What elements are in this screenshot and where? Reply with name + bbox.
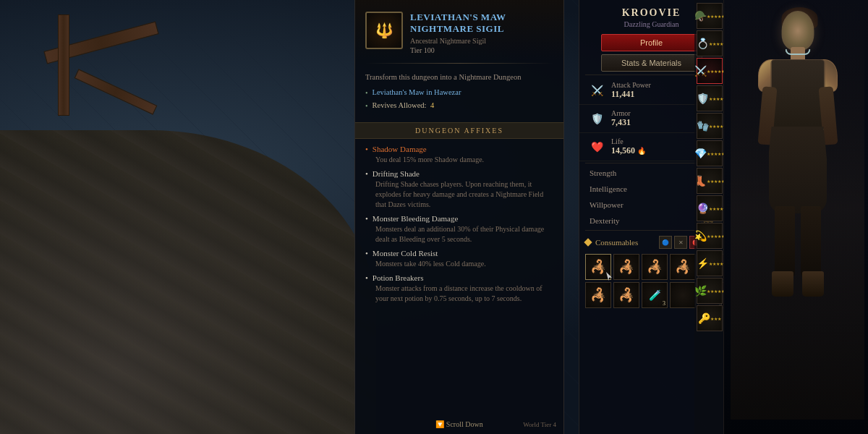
- char-boot-left: [772, 271, 793, 297]
- bullet-affix-4: •: [365, 249, 368, 258]
- willpower-label: Willpower: [590, 200, 624, 209]
- gear-slot-1[interactable]: 🪖★★★★★: [697, 3, 723, 29]
- wood-structure: [43, 14, 174, 159]
- bullet-affix-3: •: [365, 214, 368, 223]
- bullet-text-1: Leviathan's Maw in Hawezar: [373, 88, 461, 98]
- bullet-icon-2: •: [365, 101, 368, 111]
- consumables-diamond-icon: [584, 238, 592, 246]
- char-leg-right: [801, 206, 821, 278]
- intelligence-label: Intelligence: [590, 184, 627, 193]
- affix-3-name: • Monster Bleeding Damage: [365, 214, 553, 223]
- cons-slot-9[interactable]: [670, 282, 696, 308]
- gear-slot-3[interactable]: ⚔️★★★★★: [697, 58, 723, 84]
- affix-5-desc: Monster attacks from a distance increase…: [365, 284, 553, 304]
- cons-slot-4[interactable]: 🦂: [670, 254, 696, 280]
- gear-slot-wrap-5: 🧤★★★★: [697, 113, 723, 139]
- gear-slot-wrap-3: ⚔️★★★★★: [697, 58, 723, 84]
- item-description: Transform this dungeon into a Nightmare …: [355, 67, 563, 119]
- gear-slot-10[interactable]: ⚡★★★★: [697, 250, 723, 276]
- cons-slot-6[interactable]: 🦂: [585, 282, 611, 308]
- cons-slot-7[interactable]: 🦂: [613, 282, 639, 308]
- cons-slot-8[interactable]: 🧪3: [642, 282, 668, 308]
- gear-slot-4[interactable]: 🛡️★★★★: [697, 85, 723, 111]
- char-boots: [772, 271, 824, 297]
- gear-slot-wrap-7: 👢★★★★★: [697, 168, 723, 194]
- gear-slot-7[interactable]: 👢★★★★★: [697, 168, 723, 194]
- bullet-text-2: Revives Allowed: 4: [373, 101, 435, 111]
- bullet-affix-5: •: [365, 273, 368, 282]
- item-name-line2: NIGHTMARE SIGIL: [410, 23, 504, 34]
- char-necklace: [785, 49, 810, 55]
- affixes-header: DUNGEON AFFIXES: [355, 122, 563, 139]
- gear-slot-11[interactable]: 🌿★★★★★: [697, 278, 723, 304]
- world-tier: World Tier 4: [523, 421, 556, 428]
- bullet-affix-2: •: [365, 169, 368, 178]
- strength-label: Strength: [590, 169, 616, 177]
- gear-slot-wrap-2: 💍★★★★: [697, 30, 723, 56]
- life-symbol: 🔥: [637, 147, 646, 155]
- ground-texture: [0, 130, 376, 434]
- gear-slot-5[interactable]: 🧤★★★★: [697, 113, 723, 139]
- consumables-tool-2[interactable]: ✕: [674, 236, 687, 249]
- item-panel: 🔱 LEVIATHAN'S MAW NIGHTMARE SIGIL Ancest…: [354, 0, 564, 434]
- item-name-line1: LEVIATHAN'S MAW: [410, 12, 506, 22]
- gear-slot-6[interactable]: 💎★★★★★: [697, 140, 723, 166]
- life-icon: ❤️: [588, 138, 605, 156]
- affix-5-name: • Potion Breakers: [365, 273, 553, 282]
- char-boot-right: [802, 271, 824, 297]
- profile-button[interactable]: Profile: [601, 34, 702, 51]
- gear-slot-wrap-1: 🪖★★★★★: [697, 3, 723, 29]
- affix-section: • Shadow Damage You deal 15% more Shadow…: [355, 142, 563, 311]
- gear-slot-wrap-11: 🌿★★★★★: [697, 278, 723, 304]
- char-skirt: [769, 127, 827, 213]
- char-torso: [770, 59, 825, 132]
- affix-1-desc: You deal 15% more Shadow damage.: [365, 155, 553, 165]
- item-icon: 🔱: [365, 12, 403, 49]
- char-art: [731, 0, 864, 420]
- armor-icon: 🛡️: [588, 110, 605, 127]
- gear-slot-8[interactable]: 🔮★★★★: [697, 195, 723, 221]
- affix-2-desc: Drifting Shade chases players. Upon reac…: [365, 179, 553, 210]
- gear-slot-wrap-12: 🔑★★★: [697, 305, 723, 331]
- cons-slot-3[interactable]: 🦂: [642, 254, 668, 280]
- gear-slot-wrap-6: 💎★★★★★: [697, 140, 723, 166]
- bullet-icon-1: •: [365, 88, 368, 98]
- wood-beam-v: [58, 14, 69, 116]
- char-legs: [775, 206, 821, 278]
- cons-slot-2[interactable]: 🦂: [613, 254, 639, 280]
- gear-slot-wrap-8: 🔮★★★★: [697, 195, 723, 221]
- affix-1-name: • Shadow Damage: [365, 145, 553, 153]
- gear-slot-wrap-4: 🛡️★★★★: [697, 85, 723, 111]
- consumables-header: Consumables: [585, 238, 638, 247]
- gear-slot-wrap-10: ⚡★★★★: [697, 250, 723, 276]
- scroll-down[interactable]: 🔽 Scroll Down: [435, 420, 482, 428]
- item-name: LEVIATHAN'S MAW NIGHTMARE SIGIL: [410, 12, 553, 34]
- gear-slot-wrap-9: 💫★★★★★: [697, 223, 723, 249]
- wood-beam-d: [75, 69, 158, 114]
- stats-materials-button[interactable]: Stats & Materials: [601, 54, 702, 72]
- dexterity-label: Dexterity: [590, 216, 620, 225]
- affix-4-desc: Monsters take 40% less Cold damage.: [365, 259, 553, 269]
- item-title-area: LEVIATHAN'S MAW NIGHTMARE SIGIL Ancestra…: [410, 12, 553, 54]
- char-head: [781, 11, 814, 51]
- attack-power-icon: ⚔️: [588, 82, 605, 99]
- cons-slot-1[interactable]: 🦂: [585, 254, 611, 280]
- gear-slot-2[interactable]: 💍★★★★: [697, 30, 723, 56]
- divider-1: [365, 63, 553, 64]
- gear-slot-9[interactable]: 💫★★★★★: [697, 223, 723, 249]
- char-leg-left: [775, 206, 795, 278]
- bullet-item-2: • Revives Allowed: 4: [365, 101, 553, 111]
- gear-slot-12[interactable]: 🔑★★★: [697, 305, 723, 331]
- bullet-item-1: • Leviathan's Maw in Hawezar: [365, 88, 553, 98]
- affix-3-desc: Monsters deal an additional 30% of their…: [365, 224, 553, 244]
- description-intro: Transform this dungeon into a Nightmare …: [365, 72, 553, 83]
- item-tier: Tier 100: [410, 46, 553, 54]
- affix-2-name: • Drifting Shade: [365, 169, 553, 178]
- item-header: 🔱 LEVIATHAN'S MAW NIGHTMARE SIGIL Ancest…: [355, 0, 563, 60]
- char-model-area: [723, 0, 868, 434]
- affix-4-name: • Monster Cold Resist: [365, 249, 553, 258]
- consumables-tool-1[interactable]: 🔵: [659, 236, 672, 249]
- gear-column: 🪖★★★★★ 💍★★★★ ⚔️★★★★★ 🛡️★★★★ 🧤★★★★ 💎★★★★★…: [694, 0, 725, 434]
- item-type: Ancestral Nightmare Sigil: [410, 37, 553, 45]
- bullet-affix-1: •: [365, 145, 368, 153]
